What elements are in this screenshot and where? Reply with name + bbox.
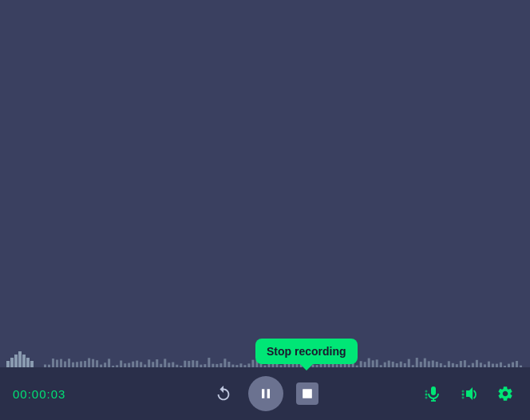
stop-recording-tooltip: Stop recording [255, 339, 358, 364]
rewind-button[interactable] [212, 382, 235, 406]
svg-point-8 [462, 394, 465, 396]
svg-point-7 [462, 390, 465, 393]
svg-rect-0 [303, 389, 312, 398]
svg-point-9 [462, 397, 465, 399]
stop-button[interactable] [296, 382, 318, 405]
svg-point-2 [425, 394, 428, 396]
microphone-button[interactable] [420, 380, 447, 407]
svg-rect-4 [431, 386, 436, 395]
pause-button[interactable] [248, 376, 283, 411]
svg-point-1 [425, 390, 428, 393]
center-controls [212, 376, 318, 411]
svg-point-3 [425, 397, 428, 399]
svg-marker-10 [466, 387, 473, 400]
volume-button[interactable] [457, 380, 484, 407]
main-display-area: Stop recording [0, 0, 530, 367]
control-bar: 00:00:03 [0, 367, 530, 420]
recording-timer: 00:00:03 [13, 387, 77, 401]
settings-button[interactable] [493, 382, 517, 406]
right-controls [420, 380, 517, 407]
